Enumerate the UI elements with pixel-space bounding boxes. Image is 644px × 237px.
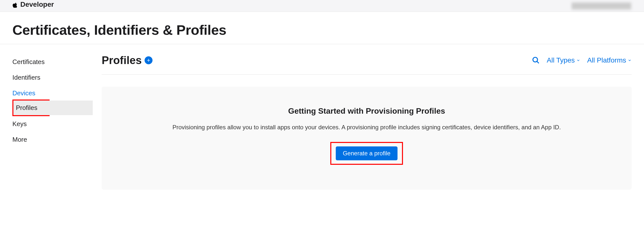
sidebar: Certificates Identifiers Devices Profile… [12, 54, 102, 190]
top-nav: Developer [0, 0, 644, 12]
sidebar-item-profiles[interactable]: Profiles [14, 101, 93, 115]
account-area-blurred [572, 3, 632, 10]
add-profile-icon[interactable] [144, 56, 152, 64]
chevron-down-icon [628, 58, 632, 62]
sidebar-item-identifiers[interactable]: Identifiers [12, 70, 102, 85]
apple-logo-icon [12, 2, 18, 8]
chevron-down-icon [576, 58, 580, 62]
content-header-right: All Types All Platforms [532, 56, 632, 64]
sidebar-item-keys[interactable]: Keys [12, 116, 102, 132]
svg-point-0 [533, 57, 538, 62]
page-title: Certificates, Identifiers & Profiles [12, 22, 632, 38]
main-layout: Certificates Identifiers Devices Profile… [0, 44, 644, 199]
search-icon[interactable] [532, 56, 540, 64]
content-header: Profiles All Types All Platforms [102, 54, 632, 75]
highlight-box-cta: Generate a profile [330, 142, 403, 165]
filter-types[interactable]: All Types [547, 56, 580, 64]
page-header: Certificates, Identifiers & Profiles [0, 12, 644, 44]
sidebar-item-more[interactable]: More [12, 132, 102, 147]
filter-platforms[interactable]: All Platforms [587, 56, 632, 64]
sidebar-item-devices[interactable]: Devices [12, 85, 102, 101]
generate-profile-button[interactable]: Generate a profile [336, 146, 397, 160]
filter-types-label: All Types [547, 56, 575, 64]
empty-state-panel: Getting Started with Provisioning Profil… [102, 87, 632, 190]
plus-icon [146, 58, 151, 63]
brand-text: Developer [20, 1, 54, 9]
empty-state-title: Getting Started with Provisioning Profil… [116, 106, 617, 116]
content: Profiles All Types All Platforms Getting… [102, 54, 632, 190]
section-title: Profiles [102, 54, 142, 67]
content-title-wrap: Profiles [102, 54, 152, 67]
sidebar-item-certificates[interactable]: Certificates [12, 54, 102, 70]
svg-line-1 [537, 62, 538, 63]
empty-state-description: Provisioning profiles allow you to insta… [156, 123, 578, 132]
highlight-box-profiles: Profiles [12, 100, 50, 116]
brand[interactable]: Developer [12, 1, 54, 9]
filter-platforms-label: All Platforms [587, 56, 626, 64]
